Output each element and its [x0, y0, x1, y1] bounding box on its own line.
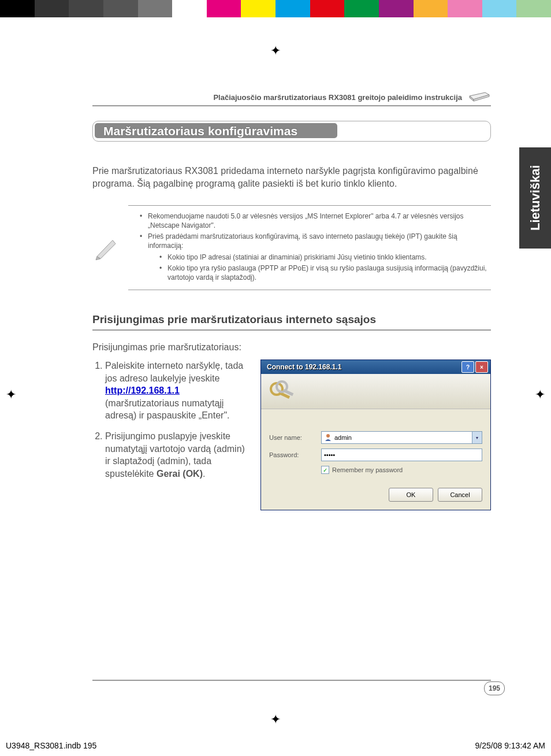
note-subitem: Kokio tipo IP adresai (statiniai ar dina… — [159, 253, 491, 262]
username-label: User name: — [269, 434, 321, 441]
user-icon — [324, 433, 332, 442]
remember-checkbox[interactable]: ✓ — [321, 466, 329, 474]
close-button[interactable]: × — [475, 361, 488, 373]
registration-mark-icon: ✦ — [6, 387, 16, 402]
ok-button[interactable]: OK — [389, 488, 433, 502]
registration-mark-icon: ✦ — [535, 387, 545, 402]
page-number: 195 — [484, 681, 505, 695]
username-field[interactable]: admin ▾ — [321, 431, 482, 444]
router-url-link[interactable]: http://192.168.1.1 — [105, 386, 180, 395]
page-header-title: Plačiajuosčio maršrutizatoriaus RX3081 g… — [92, 93, 468, 102]
login-dialog: Connect to 192.168.1.1 ? × User name: ad… — [260, 360, 491, 510]
registration-mark-icon: ✦ — [270, 712, 281, 727]
password-label: Password: — [269, 451, 321, 458]
subsection-heading: Prisijungimas prie maršrutizatoriaus int… — [92, 313, 491, 331]
intro-paragraph: Prie maršrutizatoriaus RX3081 pridedama … — [92, 165, 491, 191]
remember-label: Remember my password — [332, 466, 403, 473]
note-subitem: Kokio tipo yra ryšio paslauga (PPTP ar P… — [159, 264, 491, 282]
password-field[interactable]: ••••• — [321, 449, 482, 461]
step-item: Prisijungimo puslapyje įveskite numatytą… — [105, 430, 250, 480]
note-pen-icon — [92, 205, 121, 290]
note-item: Prieš pradėdami maršrutizatoriaus konfig… — [140, 232, 491, 250]
registration-mark-icon: ✦ — [270, 43, 281, 58]
router-icon — [468, 87, 491, 102]
svg-point-4 — [326, 434, 330, 438]
cancel-button[interactable]: Cancel — [438, 488, 482, 502]
section-heading: Maršrutizatoriaus konfigūravimas — [103, 124, 297, 138]
color-calibration-bar — [0, 0, 551, 17]
print-meta-left: U3948_RS3081.indb 195 — [6, 741, 96, 750]
paragraph: Prisijungimas prie maršrutizatoriaus: — [92, 342, 491, 353]
help-button[interactable]: ? — [461, 361, 474, 373]
keys-icon — [268, 379, 296, 404]
language-tab: Lietuviškai — [519, 147, 551, 249]
note-item: Rekomenduojame naudoti 5.0 ar vėlesnės v… — [140, 212, 491, 230]
dialog-title: Connect to 192.168.1.1 — [263, 363, 460, 371]
print-meta-right: 9/25/08 9:13:42 AM — [475, 741, 545, 750]
step-item: Paleiskite interneto naršyklę, tada jos … — [105, 360, 250, 422]
dropdown-icon[interactable]: ▾ — [472, 432, 482, 443]
